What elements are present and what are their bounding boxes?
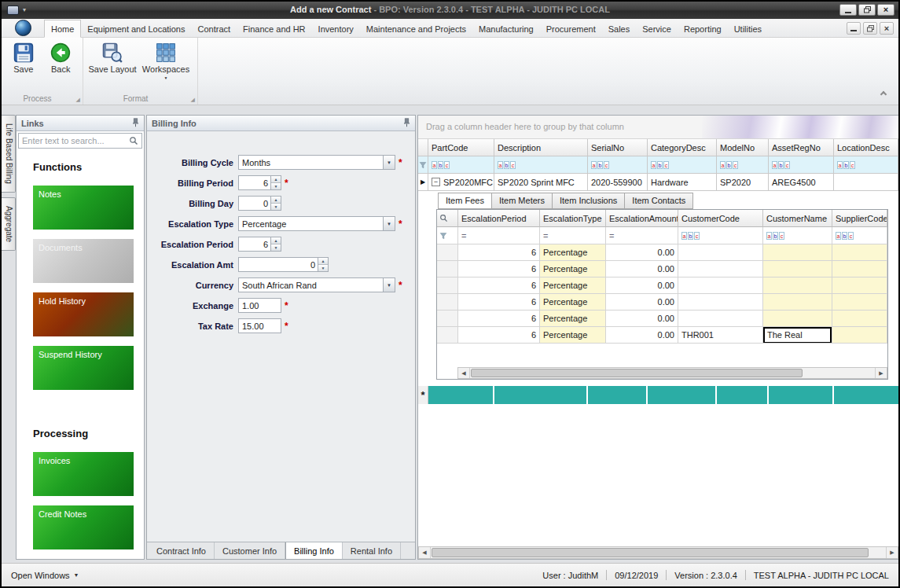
search-icon[interactable] [126, 136, 141, 145]
column-header-customername[interactable]: CustomerName [763, 210, 832, 227]
billing-period-stepper[interactable]: 6 ▲▼ [238, 175, 281, 190]
cell-suppliercode[interactable] [832, 244, 887, 261]
cell-assetregno[interactable]: AREG4500 [769, 174, 834, 191]
tab-customer-info[interactable]: Customer Info [215, 542, 285, 559]
new-row-cell[interactable] [494, 386, 588, 404]
back-button[interactable]: Back [44, 40, 79, 89]
filter-cell-description[interactable]: abc [494, 156, 588, 174]
process-dialog-launcher-icon[interactable]: ◢ [76, 97, 80, 102]
mdi-close-button[interactable]: × [880, 22, 894, 35]
new-row-cell[interactable] [717, 386, 769, 404]
save-button[interactable]: Save [6, 40, 41, 89]
spin-up-icon[interactable]: ▲ [271, 197, 281, 204]
spin-down-icon[interactable]: ▼ [271, 183, 281, 189]
mdi-minimize-button[interactable] [847, 22, 861, 35]
scroll-left-icon[interactable]: ◀ [419, 547, 431, 558]
new-row-band[interactable]: * [418, 386, 898, 404]
save-layout-button[interactable]: Save Layout [88, 40, 137, 89]
tab-item-contacts[interactable]: Item Contacts [624, 193, 693, 209]
cell-customercode[interactable] [678, 294, 763, 311]
filter-cell-customername[interactable]: abc [763, 227, 832, 244]
cell-customername[interactable] [763, 311, 832, 327]
cell-escalationperiod[interactable]: 6 [458, 327, 540, 344]
scroll-left-icon[interactable]: ◀ [458, 368, 470, 378]
billing-cycle-select[interactable]: Months ▼ [238, 155, 395, 170]
column-header-escalationtype[interactable]: EscalationType [540, 210, 606, 227]
spin-up-icon[interactable]: ▲ [318, 258, 328, 265]
tab-contract-info[interactable]: Contract Info [149, 542, 215, 559]
customer-name-editor[interactable]: The Real [763, 327, 832, 344]
scroll-right-icon[interactable]: ▶ [886, 547, 898, 558]
column-header-suppliercode[interactable]: SupplierCode [832, 210, 887, 227]
collapse-detail-icon[interactable]: − [432, 178, 440, 186]
workspaces-button[interactable]: Workspaces ▼ [140, 40, 192, 89]
ribbon-tab-contract[interactable]: Contract [192, 20, 237, 37]
cell-serialno[interactable]: 2020-559900 [588, 174, 648, 191]
documents-button[interactable]: Documents [33, 239, 134, 283]
search-icon[interactable] [437, 210, 458, 227]
cell-suppliercode[interactable] [832, 327, 887, 344]
spin-up-icon[interactable]: ▲ [271, 237, 281, 244]
cell-customername[interactable] [763, 294, 832, 311]
cell-categorydesc[interactable]: Hardware [648, 174, 717, 191]
cell-description[interactable]: SP2020 Sprint MFC [494, 174, 588, 191]
ribbon-tab-finance-and-hr[interactable]: Finance and HR [237, 20, 312, 37]
filter-icon[interactable] [437, 227, 458, 244]
cell-escalationamount[interactable]: 0.00 [606, 294, 678, 311]
ribbon-tab-equipment-and-locations[interactable]: Equipment and Locations [81, 20, 191, 37]
grid-horizontal-scrollbar[interactable]: ◀ ▶ [418, 546, 898, 559]
suspend-history-button[interactable]: Suspend History [33, 346, 134, 390]
column-header-modelno[interactable]: ModelNo [717, 139, 769, 156]
ribbon-tab-inventory[interactable]: Inventory [312, 20, 360, 37]
cell-locationdesc[interactable] [834, 174, 898, 191]
filter-cell-partcode[interactable]: abc [428, 156, 494, 174]
credit-notes-button[interactable]: Credit Notes [33, 505, 134, 549]
filter-cell-escalationperiod[interactable]: = [458, 227, 540, 244]
chevron-down-icon[interactable]: ▼ [383, 278, 395, 292]
escalation-amt-stepper[interactable]: 0 ▲▼ [238, 257, 329, 272]
exchange-field[interactable]: 1.00 [238, 298, 281, 313]
ribbon-tab-sales[interactable]: Sales [602, 20, 637, 37]
hold-history-button[interactable]: Hold History [33, 292, 134, 336]
chevron-down-icon[interactable]: ▼ [383, 217, 395, 230]
tab-rental-info[interactable]: Rental Info [343, 542, 401, 559]
filter-cell-customercode[interactable]: abc [678, 227, 763, 244]
open-windows-button[interactable]: Open Windows ▼ [11, 571, 79, 580]
ribbon-tab-maintenance-and-projects[interactable]: Maintenance and Projects [360, 20, 472, 37]
cell-modelno[interactable]: SP2020 [717, 174, 769, 191]
filter-cell-escalationamount[interactable]: = [606, 227, 678, 244]
mdi-restore-button[interactable] [863, 22, 877, 35]
scrollbar-track[interactable] [470, 368, 875, 378]
cell-escalationtype[interactable]: Percentage [540, 327, 606, 344]
cell-escalationamount[interactable]: 0.00 [606, 277, 678, 294]
cell-suppliercode[interactable] [832, 261, 887, 277]
cell-escalationperiod[interactable]: 6 [458, 294, 540, 311]
filter-cell-assetregno[interactable]: abc [769, 156, 834, 174]
ribbon-tab-procurement[interactable]: Procurement [540, 20, 602, 37]
spin-up-icon[interactable]: ▲ [271, 176, 281, 183]
column-header-escalationamount[interactable]: EscalationAmount [606, 210, 678, 227]
filter-cell-locationdesc[interactable]: abc [834, 156, 898, 174]
cell-customercode[interactable] [678, 244, 763, 261]
maximize-button[interactable] [858, 4, 876, 16]
chevron-down-icon[interactable]: ▼ [383, 156, 395, 169]
filter-cell-categorydesc[interactable]: abc [648, 156, 717, 174]
cell-escalationamount[interactable]: 0.00 [606, 261, 678, 277]
cell-escalationperiod[interactable]: 6 [458, 277, 540, 294]
tab-item-fees[interactable]: Item Fees [438, 193, 491, 209]
notes-button[interactable]: Notes [33, 186, 134, 230]
side-tab-life-based-billing[interactable]: Life Based Billing [2, 115, 16, 193]
minimize-button[interactable] [839, 4, 857, 16]
tab-item-inclusions[interactable]: Item Inclusions [552, 193, 624, 209]
scrollbar-thumb[interactable] [471, 369, 803, 377]
escalation-period-stepper[interactable]: 6 ▲▼ [238, 237, 281, 252]
new-row-cell[interactable] [428, 386, 494, 404]
cell-customername[interactable] [763, 244, 832, 261]
filter-icon[interactable] [418, 156, 428, 174]
filter-cell-modelno[interactable]: abc [717, 156, 769, 174]
cell-customercode[interactable] [678, 261, 763, 277]
cell-escalationtype[interactable]: Percentage [540, 244, 606, 261]
ribbon-collapse-button[interactable] [881, 92, 889, 98]
tab-item-meters[interactable]: Item Meters [491, 193, 552, 209]
new-row-cell[interactable] [648, 386, 717, 404]
